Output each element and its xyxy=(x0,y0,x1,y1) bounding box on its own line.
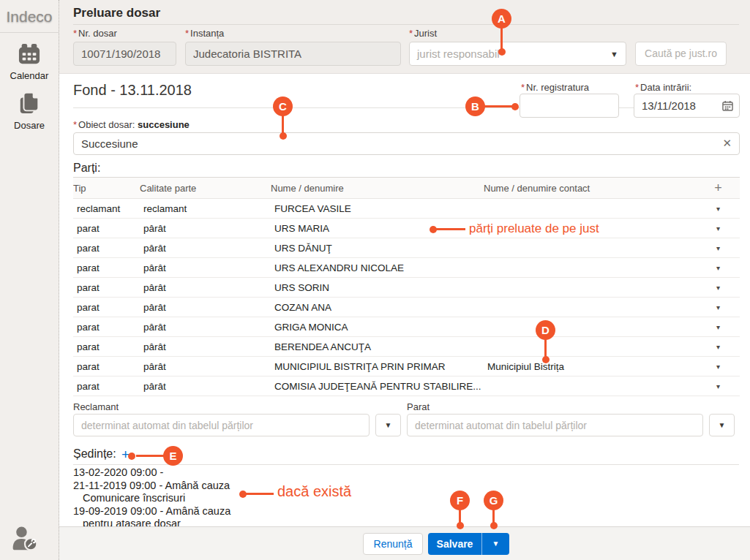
page-title: Preluare dosar xyxy=(73,6,160,20)
required-asterisk: * xyxy=(635,82,639,93)
table-row[interactable]: parat pârât URS MARIA ▾ xyxy=(73,219,740,238)
chevron-down-icon: ▼ xyxy=(719,421,726,429)
party-calitate: pârât xyxy=(140,341,271,352)
required-asterisk: * xyxy=(409,28,413,39)
data-intrarii-label: *Data intrării: xyxy=(635,82,691,93)
sedinta-entry: 21-11-2019 09:00 - Amână cauza xyxy=(73,480,230,493)
party-calitate: pârât xyxy=(140,381,271,392)
app-logo: Indeco xyxy=(0,0,59,33)
marker-letter: E xyxy=(163,446,183,466)
row-dropdown-icon[interactable]: ▾ xyxy=(697,343,740,351)
add-party-icon[interactable]: + xyxy=(697,181,740,196)
table-row[interactable]: parat pârât MUNICIPIUL BISTRIŢA PRIN PRI… xyxy=(73,357,740,377)
reclamant-field[interactable] xyxy=(73,414,370,436)
required-asterisk: * xyxy=(521,82,525,93)
party-tip: parat xyxy=(73,302,140,313)
party-calitate: pârât xyxy=(140,361,271,372)
table-row[interactable]: parat pârât GRIGA MONICA ▾ xyxy=(73,317,740,337)
header-panel: Preluare dosar *Nr. dosar *Instanța *Jur… xyxy=(59,0,750,74)
salvare-dropdown-button[interactable]: ▼ xyxy=(481,533,509,555)
marker-letter: D xyxy=(536,320,555,340)
parat-dropdown-button[interactable]: ▼ xyxy=(709,414,735,436)
reclamant-dropdown-button[interactable]: ▼ xyxy=(375,414,401,436)
page: Indeco Calendar xyxy=(0,0,750,560)
party-calitate: pârât xyxy=(140,302,271,313)
sedinta-entry: 13-02-2020 09:00 - xyxy=(73,466,230,480)
sidebar-item-label: Dosare xyxy=(0,120,59,131)
table-row[interactable]: parat pârât BERENDEA ANCUŢA ▾ xyxy=(73,337,740,357)
party-nume: URS DĂNUŢ xyxy=(271,243,484,254)
sedinta-entry-detail: pentru atasare dosar xyxy=(73,518,230,526)
col-nume: Nume / denumire xyxy=(271,183,484,194)
party-nume: URS ALEXANDRU NICOLAE xyxy=(271,262,484,273)
party-nume: FURCEA VASILE xyxy=(271,203,484,214)
title-divider xyxy=(73,24,739,25)
jurist-select[interactable]: jurist responsabil ▼ xyxy=(409,42,626,66)
reclamant-label: Reclamant xyxy=(73,401,119,412)
chevron-down-icon: ▼ xyxy=(385,421,392,429)
table-row[interactable]: parat pârât URS ALEXANDRU NICOLAE ▾ xyxy=(73,258,740,278)
sidebar-item-calendar[interactable]: Calendar xyxy=(0,43,59,81)
instanta-label: *Instanța xyxy=(185,28,224,39)
party-calitate: reclamant xyxy=(140,203,271,214)
party-nume: BERENDEA ANCUŢA xyxy=(271,341,484,352)
sedinte-list: 13-02-2020 09:00 - 21-11-2019 09:00 - Am… xyxy=(73,466,230,526)
row-dropdown-icon[interactable]: ▾ xyxy=(697,323,740,331)
row-dropdown-icon[interactable]: ▾ xyxy=(697,284,740,292)
obiect-dosar-label: *Obiect dosar: succesiune xyxy=(73,119,190,130)
table-row[interactable]: parat pârât COZAN ANA ▾ xyxy=(73,298,740,317)
party-tip: parat xyxy=(73,322,140,333)
user-settings-icon[interactable] xyxy=(10,523,40,556)
table-row[interactable]: parat pârât URS DĂNUŢ ▾ xyxy=(73,238,740,258)
row-dropdown-icon[interactable]: ▾ xyxy=(697,363,740,371)
row-dropdown-icon[interactable]: ▾ xyxy=(697,264,740,272)
parat-field[interactable] xyxy=(407,414,703,436)
cauta-just-button[interactable]: Caută pe just.ro xyxy=(635,42,727,66)
renunta-button[interactable]: Renunță xyxy=(363,533,423,555)
party-calitate: pârât xyxy=(140,322,271,333)
sedinte-title: Ședințe: xyxy=(73,447,116,461)
calendar-icon xyxy=(18,55,41,67)
col-tip: Tip xyxy=(73,183,140,194)
party-tip: parat xyxy=(73,262,140,273)
party-tip: parat xyxy=(73,282,140,293)
row-dropdown-icon[interactable]: ▾ xyxy=(697,303,740,311)
row-dropdown-icon[interactable]: ▾ xyxy=(697,244,740,252)
required-asterisk: * xyxy=(73,119,77,130)
party-calitate: pârât xyxy=(140,243,271,254)
party-calitate: pârât xyxy=(140,223,271,234)
clear-icon[interactable]: ✕ xyxy=(722,137,732,150)
annotation-text: părți preluate de pe just xyxy=(469,222,599,236)
party-calitate: pârât xyxy=(140,282,271,293)
salvare-button[interactable]: Salvare xyxy=(428,533,481,555)
table-row[interactable]: reclamant reclamant FURCEA VASILE ▾ xyxy=(73,199,740,219)
party-nume: URS SORIN xyxy=(271,282,484,293)
footer-bar: Renunță Salvare ▼ xyxy=(59,526,750,560)
row-dropdown-icon[interactable]: ▾ xyxy=(697,205,740,213)
jurist-label: *Jurist xyxy=(409,28,437,39)
marker-letter: A xyxy=(492,9,511,29)
party-tip: parat xyxy=(73,243,140,254)
instanta-field[interactable] xyxy=(185,42,401,66)
row-dropdown-icon[interactable]: ▾ xyxy=(697,224,740,232)
sidebar: Indeco Calendar xyxy=(0,0,59,560)
col-calitate: Calitate parte xyxy=(140,183,271,194)
obiect-dosar-value: succesiune xyxy=(138,119,190,130)
parat-label: Parat xyxy=(407,401,430,412)
party-tip: reclamant xyxy=(73,203,140,214)
party-nume: COZAN ANA xyxy=(271,302,484,313)
party-calitate: pârât xyxy=(140,262,271,273)
sedinta-entry-detail: Comunicare înscrisuri xyxy=(73,492,230,505)
nr-dosar-label: *Nr. dosar xyxy=(73,28,117,39)
obiect-dosar-field[interactable] xyxy=(73,132,740,155)
table-row[interactable]: parat pârât COMISIA JUDEŢEANĂ PENTRU STA… xyxy=(73,377,740,396)
row-dropdown-icon[interactable]: ▾ xyxy=(697,382,740,390)
nr-registratura-field[interactable] xyxy=(520,94,619,118)
sidebar-item-dosare[interactable]: Dosare xyxy=(0,91,59,131)
party-nume: MUNICIPIUL BISTRIŢA PRIN PRIMAR xyxy=(271,361,484,372)
table-row[interactable]: parat pârât URS SORIN ▾ xyxy=(73,278,740,298)
nr-dosar-field[interactable] xyxy=(73,42,176,66)
calendar-picker-icon[interactable] xyxy=(722,100,733,114)
party-nume: COMISIA JUDEŢEANĂ PENTRU STABILIRE... xyxy=(271,381,484,392)
parti-title: Parți: xyxy=(73,162,100,175)
